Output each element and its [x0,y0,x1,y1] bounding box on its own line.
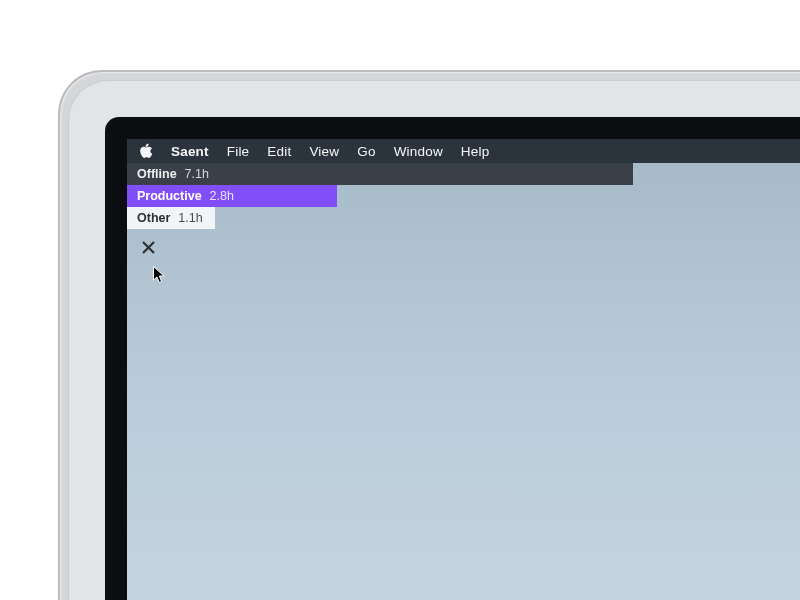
menubar: Saent File Edit View Go Window Help [127,139,800,163]
screen-bezel: Saent File Edit View Go Window Help Offl… [105,117,800,600]
screen: Saent File Edit View Go Window Help Offl… [127,139,800,600]
cursor-icon [153,266,166,285]
menu-edit[interactable]: Edit [267,144,291,159]
menubar-app-name[interactable]: Saent [171,144,209,159]
menu-window[interactable]: Window [394,144,443,159]
bar-productive-value: 2.8h [210,189,234,203]
bar-offline-value: 7.1h [185,167,209,181]
menu-go[interactable]: Go [357,144,375,159]
bar-other-label: Other [137,211,170,225]
laptop-frame-outer: Saent File Edit View Go Window Help Offl… [58,70,800,600]
desktop-wallpaper: Saent File Edit View Go Window Help Offl… [127,139,800,600]
bar-offline[interactable]: Offline 7.1h [127,163,633,185]
bar-productive-label: Productive [137,189,202,203]
menu-view[interactable]: View [309,144,339,159]
bar-other-value: 1.1h [178,211,202,225]
laptop-frame-inner: Saent File Edit View Go Window Help Offl… [68,80,800,600]
menu-help[interactable]: Help [461,144,490,159]
apple-icon[interactable] [139,143,153,159]
bar-other[interactable]: Other 1.1h [127,207,215,229]
bar-productive[interactable]: Productive 2.8h [127,185,337,207]
menu-file[interactable]: File [227,144,250,159]
close-icon[interactable] [141,239,156,258]
bar-offline-label: Offline [137,167,177,181]
time-bars: Offline 7.1h Productive 2.8h Other 1.1h [127,163,633,229]
